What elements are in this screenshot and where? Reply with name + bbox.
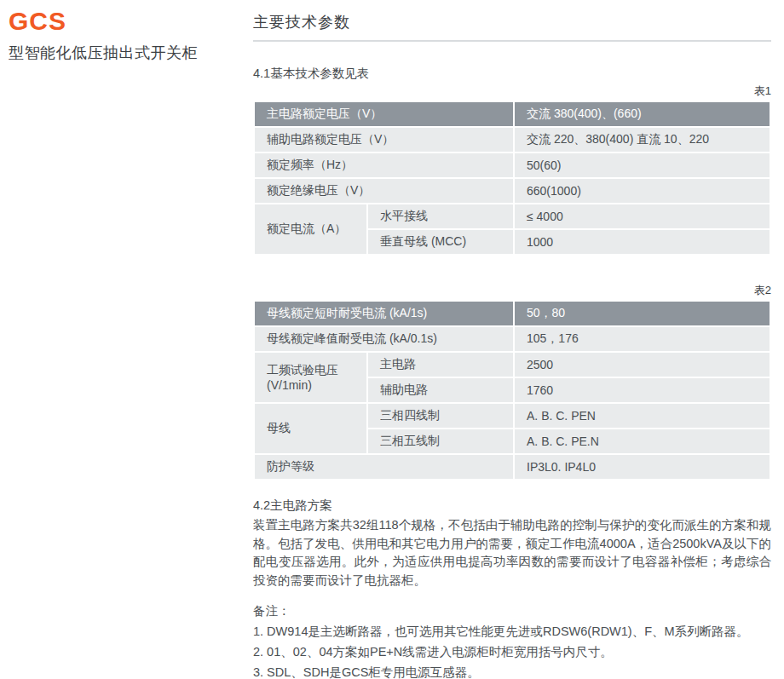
table-label-cell: 主电路额定电压（V） [255,102,513,126]
notes-label: 备注： [253,603,771,619]
table-label-cell: 额定绝缘电压（V） [255,179,513,203]
table-row: 主电路额定电压（V） 交流 380(400)、(660) [255,102,770,126]
table-sub-cell: 三相四线制 [368,404,513,428]
table-busbar-parameters: 母线额定短时耐受电流 (kA/1s) 50，80 母线额定峰值耐受电流 (kA/… [253,300,771,480]
title-divider [253,40,771,42]
table-label-cell: 辅助电路额定电压（V） [255,128,513,152]
note-item: 3. SDL、SDH是GCS柜专用电源互感器。 [253,662,771,679]
brand-subtitle: 型智能化低压抽出式开关柜 [9,43,239,63]
table-row: 工频试验电压 (V/1min) 主电路 2500 [255,353,770,377]
table-group-cell: 工频试验电压 (V/1min) [255,353,366,402]
table-value-cell: 50，80 [515,302,770,325]
table-label-cell: 母线额定峰值耐受电流 (kA/0.1s) [255,327,513,351]
table-label-cell: 母线额定短时耐受电流 (kA/1s) [255,302,513,325]
page-title: 主要技术参数 [253,12,771,32]
table-value-cell: A. B. C. PEN [515,404,770,428]
notes-list: 1. DW914是主选断路器，也可选用其它性能更先进或RDSW6(RDW1)、F… [253,621,771,679]
table-label-cell: 额定频率（Hz） [255,153,513,177]
table-group-cell: 母线 [255,404,366,453]
table-value-cell: 50(60) [515,153,770,177]
table-group-cell: 额定电流（A） [255,204,366,254]
table-value-cell: ≤ 4000 [515,204,770,228]
table-row: 母线额定短时耐受电流 (kA/1s) 50，80 [255,302,770,325]
section-4-2-heading: 4.2主电路方案 [253,498,771,514]
table-value-cell: 交流 220、380(400) 直流 10、220 [515,128,770,152]
table-sub-cell: 辅助电路 [368,378,513,402]
brand-block: GCS 型智能化低压抽出式开关柜 [9,7,239,63]
table-row: 额定绝缘电压（V） 660(1000) [255,179,770,203]
table-label-cell: 防护等级 [255,455,513,479]
table-value-cell: IP3L0. IP4L0 [515,455,770,479]
main-content: 主要技术参数 4.1基本技术参数见表 表1 主电路额定电压（V） 交流 380(… [253,0,771,679]
table-sub-cell: 水平接线 [368,204,513,228]
table-sub-cell: 垂直母线 (MCC) [368,230,513,254]
table-row: 辅助电路额定电压（V） 交流 220、380(400) 直流 10、220 [255,128,770,152]
table-row: 母线 三相四线制 A. B. C. PEN [255,404,770,428]
note-item: 2. 01、02、04方案如PE+N线需进入电源柜时柜宽用括号内尺寸。 [253,642,771,662]
catalog-page: GCS 型智能化低压抽出式开关柜 主要技术参数 4.1基本技术参数见表 表1 主… [0,0,784,679]
table-row: 额定频率（Hz） 50(60) [255,153,770,177]
table-sub-cell: 主电路 [368,353,513,377]
table-basic-parameters: 主电路额定电压（V） 交流 380(400)、(660) 辅助电路额定电压（V）… [253,101,771,256]
table2-caption: 表2 [253,283,771,298]
section-4-1-heading: 4.1基本技术参数见表 [253,66,771,82]
table-row: 额定电流（A） 水平接线 ≤ 4000 [255,204,770,228]
table-value-cell: A. B. C. PE.N [515,429,770,453]
table1-caption: 表1 [253,83,771,99]
table-sub-cell: 三相五线制 [368,429,513,453]
brand-model: GCS [9,7,239,35]
table-value-cell: 105，176 [515,327,770,351]
table-value-cell: 交流 380(400)、(660) [515,102,770,126]
table-value-cell: 660(1000) [515,179,770,203]
table-row: 母线额定峰值耐受电流 (kA/0.1s) 105，176 [255,327,770,351]
table-value-cell: 1760 [515,378,770,402]
table-row: 防护等级 IP3L0. IP4L0 [255,455,770,479]
section-4-2-body: 装置主电路方案共32组118个规格，不包括由于辅助电路的控制与保护的变化而派生的… [253,516,771,590]
table-value-cell: 1000 [515,230,770,254]
note-item: 1. DW914是主选断路器，也可选用其它性能更先进或RDSW6(RDW1)、F… [253,621,771,642]
table-value-cell: 2500 [515,353,770,377]
